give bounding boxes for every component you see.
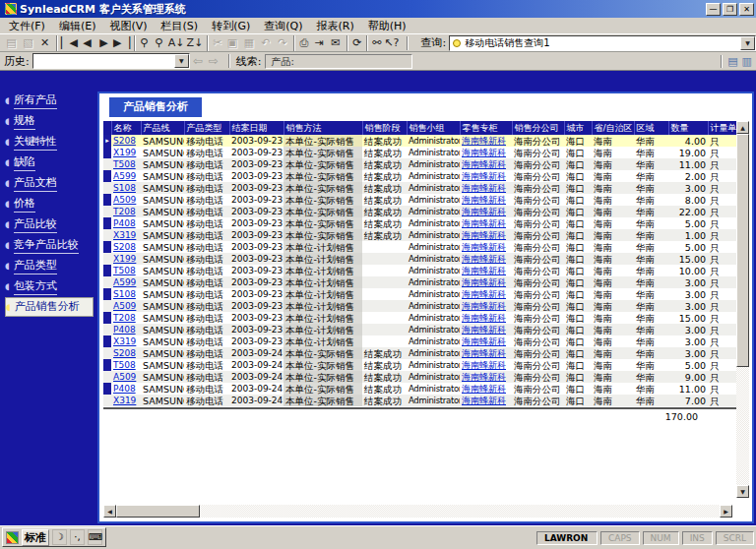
menu-item[interactable]: 转到(G): [205, 18, 257, 34]
toolbar-button-cut[interactable]: ✂: [207, 35, 223, 51]
retail-counter-link[interactable]: 海南蜂新科: [462, 254, 506, 264]
toolbar-button-new[interactable]: ▤: [3, 35, 20, 51]
product-name-link[interactable]: X319: [113, 396, 136, 405]
product-name-link[interactable]: S108: [113, 289, 136, 299]
table-row[interactable]: A509 SAMSUNG 移动电话 2003-09-23 本单位-实际销售 结案…: [103, 194, 739, 206]
column-header[interactable]: 产品线: [141, 121, 184, 135]
product-name-link[interactable]: P408: [113, 218, 136, 228]
product-name-link[interactable]: X199: [113, 254, 136, 264]
product-name-link[interactable]: A509: [113, 372, 136, 382]
product-name-link[interactable]: A509: [113, 301, 136, 311]
table-row[interactable]: A509 SAMSUNG 移动电话 2003-09-24 本单位-实际销售 结案…: [103, 371, 739, 383]
retail-counter-link[interactable]: 海南蜂新科: [462, 230, 506, 240]
table-row[interactable]: X319 SAMSUNG 移动电话 2003-09-23 本单位-实际销售 结案…: [103, 229, 739, 241]
table-row[interactable]: P408 SAMSUNG 移动电话 2003-09-24 本单位-实际销售 结案…: [103, 383, 739, 395]
table-row[interactable]: S208 SAMSUNG 移动电话 2003-09-24 本单位-实际销售 结案…: [103, 347, 739, 359]
product-name-link[interactable]: T508: [113, 360, 136, 370]
retail-counter-link[interactable]: 海南蜂新科: [462, 336, 506, 346]
history-combobox[interactable]: ▼: [32, 53, 190, 69]
sidebar-item-packaging[interactable]: ◖ 包装方式: [5, 276, 94, 296]
menu-item[interactable]: 编辑(E): [52, 18, 103, 34]
window-button-close[interactable]: ✕: [739, 3, 754, 16]
toolbar-button-sort-desc[interactable]: Z↓: [186, 35, 205, 51]
toolbar-button-copy[interactable]: ▣: [223, 35, 240, 51]
column-header[interactable]: 零售专柜: [460, 121, 512, 135]
vertical-scrollbar[interactable]: ▲ ▼: [736, 121, 749, 498]
product-name-link[interactable]: S108: [113, 183, 136, 193]
table-row[interactable]: P408 SAMSUNG 移动电话 2003-09-23 本单位-实际销售 结案…: [103, 217, 739, 229]
sidebar-item-product-sales-analysis[interactable]: ◖ 产品销售分析: [5, 297, 94, 317]
toolbar-button-refresh[interactable]: ⟳: [346, 35, 363, 51]
retail-counter-link[interactable]: 海南蜂新科: [462, 136, 506, 146]
retail-counter-link[interactable]: 海南蜂新科: [462, 148, 506, 157]
retail-counter-link[interactable]: 海南蜂新科: [462, 313, 506, 323]
table-row[interactable]: X319 SAMSUNG 移动电话 2003-09-23 本单位-计划销售 Ad…: [103, 336, 739, 347]
menu-item[interactable]: 查询(Q): [257, 18, 309, 34]
menu-item[interactable]: 栏目(S): [155, 18, 206, 34]
sidebar-item-product-compare[interactable]: ◖ 产品比较: [5, 214, 94, 234]
table-row[interactable]: A599 SAMSUNG 移动电话 2003-09-23 本单位-计划销售 Ad…: [103, 276, 739, 288]
product-name-link[interactable]: P408: [113, 384, 136, 394]
column-header[interactable]: 销售分公司: [512, 121, 564, 135]
product-name-link[interactable]: A599: [113, 277, 136, 287]
table-row[interactable]: X199 SAMSUNG 移动电话 2003-09-23 本单位-计划销售 Ad…: [103, 253, 739, 265]
fullwidth-toggle-icon[interactable]: ☽: [52, 529, 67, 545]
retail-counter-link[interactable]: 海南蜂新科: [462, 171, 506, 181]
product-name-link[interactable]: X199: [113, 148, 136, 157]
vertical-scroll-thumb[interactable]: [736, 134, 749, 367]
table-row[interactable]: T508 SAMSUNG 移动电话 2003-09-23 本单位-计划销售 Ad…: [103, 265, 739, 276]
retail-counter-link[interactable]: 海南蜂新科: [462, 325, 506, 335]
history-input[interactable]: [33, 55, 174, 67]
table-row[interactable]: S108 SAMSUNG 移动电话 2003-09-23 本单位-实际销售 结案…: [103, 182, 739, 194]
sidebar-item-defects[interactable]: ◖ 缺陷: [5, 152, 94, 172]
toolbar-button-sort-asc[interactable]: A↓: [167, 35, 186, 51]
retail-counter-link[interactable]: 海南蜂新科: [462, 348, 506, 358]
table-row[interactable]: ▸ S208 SAMSUNG 移动电话 2003-09-23 本单位-实际销售 …: [103, 135, 739, 147]
column-header[interactable]: 区域: [634, 121, 668, 135]
sidebar-item-all-products[interactable]: ◖ 所有产品: [5, 91, 94, 110]
horizontal-scroll-thumb[interactable]: [116, 505, 200, 518]
sidebar-item-key-features[interactable]: ◖ 关键特性: [5, 132, 94, 152]
retail-counter-link[interactable]: 海南蜂新科: [462, 207, 506, 216]
column-header[interactable]: 省/自治区: [592, 121, 634, 135]
product-name-link[interactable]: X319: [113, 230, 136, 240]
product-name-link[interactable]: S208: [113, 242, 136, 252]
product-name-link[interactable]: S208: [113, 348, 136, 358]
menu-item[interactable]: 报表(R): [310, 18, 361, 34]
retail-counter-link[interactable]: 海南蜂新科: [462, 266, 506, 275]
table-row[interactable]: P408 SAMSUNG 移动电话 2003-09-23 本单位-计划销售 Ad…: [103, 324, 739, 336]
toolbar-button-next-record[interactable]: ▶: [95, 35, 112, 51]
column-header[interactable]: 产品类型: [184, 121, 229, 135]
retail-counter-link[interactable]: 海南蜂新科: [462, 372, 506, 382]
retail-counter-link[interactable]: 海南蜂新科: [462, 159, 506, 169]
toolbar-button-first-record[interactable]: ▏◀: [56, 35, 79, 51]
table-row[interactable]: T508 SAMSUNG 移动电话 2003-09-24 本单位-实际销售 结案…: [103, 359, 739, 371]
toolbar-button-paste[interactable]: ▦: [240, 35, 257, 51]
sidebar-item-price[interactable]: ◖ 价格: [5, 194, 94, 214]
product-name-link[interactable]: X319: [113, 336, 136, 346]
retail-counter-link[interactable]: 海南蜂新科: [462, 384, 506, 394]
product-name-link[interactable]: S208: [113, 136, 136, 146]
toolbar-button-redo[interactable]: ↷: [274, 35, 290, 51]
window-button-minimize[interactable]: —: [706, 3, 721, 16]
history-dropdown-button[interactable]: ▼: [174, 54, 189, 68]
retail-counter-link[interactable]: 海南蜂新科: [462, 195, 506, 205]
table-row[interactable]: S108 SAMSUNG 移动电话 2003-09-23 本单位-计划销售 Ad…: [103, 288, 739, 300]
table-row[interactable]: X319 SAMSUNG 移动电话 2003-09-24 本单位-实际销售 结案…: [103, 395, 739, 406]
sidebar-item-product-category[interactable]: ◖ 产品类型: [5, 256, 94, 275]
table-row[interactable]: A509 SAMSUNG 移动电话 2003-09-23 本单位-计划销售 Ad…: [103, 300, 739, 312]
retail-counter-link[interactable]: 海南蜂新科: [462, 218, 506, 228]
column-header[interactable]: 城市: [564, 121, 592, 135]
toolbar-button-prev-record[interactable]: ◀: [79, 35, 95, 51]
retail-counter-link[interactable]: 海南蜂新科: [462, 396, 506, 405]
toolbar-button-undo[interactable]: ↶: [257, 35, 274, 51]
window-button-restore[interactable]: ❐: [723, 3, 737, 16]
product-name-link[interactable]: A599: [113, 171, 136, 181]
toolbar-button-context-help[interactable]: ↖?: [383, 35, 400, 51]
retail-counter-link[interactable]: 海南蜂新科: [462, 183, 506, 193]
table-row[interactable]: A599 SAMSUNG 移动电话 2003-09-23 本单位-实际销售 结案…: [103, 170, 739, 182]
toolbar-button-export[interactable]: ⇥: [310, 35, 327, 51]
retail-counter-link[interactable]: 海南蜂新科: [462, 277, 506, 287]
menu-item[interactable]: 文件(F): [2, 18, 52, 34]
retail-counter-link[interactable]: 海南蜂新科: [462, 242, 506, 252]
